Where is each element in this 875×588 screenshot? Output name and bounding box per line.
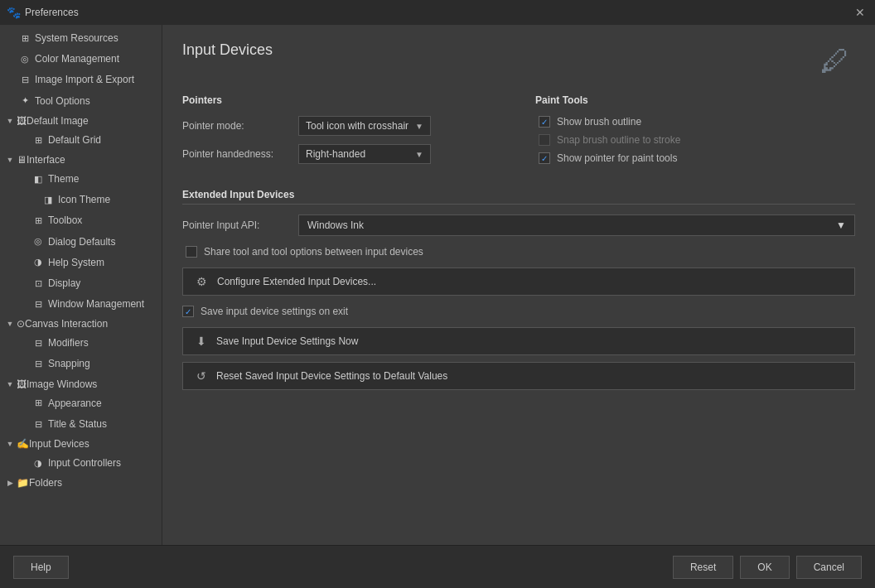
- display-icon: ⊡: [31, 277, 45, 290]
- pointer-mode-dropdown-arrow: ▼: [415, 122, 423, 131]
- expand-image-windows-icon: ▼: [5, 379, 15, 389]
- cancel-button[interactable]: Cancel: [796, 556, 862, 579]
- reset-icon: ↺: [196, 369, 206, 383]
- pointer-input-api-arrow: ▼: [836, 219, 846, 231]
- sidebar-item-display[interactable]: ⊡ Display: [0, 273, 162, 294]
- save-icon: ⬇: [196, 335, 206, 348]
- sidebar-item-tool-options[interactable]: ✦ Tool Options: [0, 91, 162, 112]
- paint-tools-column: Paint Tools ✓ Show brush outline Snap br…: [535, 94, 855, 172]
- share-tool-checkbox[interactable]: [186, 246, 197, 258]
- sidebar-item-toolbox[interactable]: ⊞ Toolbox: [0, 210, 162, 231]
- blank-icon: [20, 398, 30, 408]
- pointer-input-api-label: Pointer Input API:: [182, 219, 298, 231]
- blank-icon: [7, 75, 17, 85]
- ok-button[interactable]: OK: [740, 556, 789, 579]
- preferences-window: 🐾 Preferences ✕ ⊞ System Resources ◎ Col…: [0, 0, 875, 588]
- sidebar-item-window-management[interactable]: ⊟ Window Management: [0, 294, 162, 315]
- sidebar-item-default-grid[interactable]: ⊞ Default Grid: [0, 130, 162, 151]
- pointer-handedness-label: Pointer handedness:: [182, 148, 298, 160]
- blank-icon: [20, 278, 30, 288]
- input-devices-icon: ✍: [17, 438, 29, 450]
- icon-theme-icon: ◨: [41, 194, 55, 207]
- show-pointer-row[interactable]: ✓ Show pointer for paint tools: [535, 152, 855, 164]
- save-on-exit-row[interactable]: ✓ Save input device settings on exit: [182, 306, 855, 317]
- sidebar-group-folders[interactable]: ▶ 📁 Folders: [0, 474, 162, 492]
- expand-input-devices-icon: ▼: [5, 439, 15, 449]
- main-header: Input Devices 🖊: [182, 41, 855, 81]
- reset-button[interactable]: Reset: [673, 556, 733, 579]
- blank-icon: [20, 359, 30, 369]
- expand-canvas-icon: ▼: [5, 319, 15, 329]
- pointer-input-api-dropdown[interactable]: Windows Ink ▼: [298, 214, 855, 236]
- sidebar-item-appearance[interactable]: ⊞ Appearance: [0, 393, 162, 414]
- color-management-icon: ◎: [18, 53, 31, 66]
- show-brush-outline-checkbox[interactable]: ✓: [539, 116, 550, 128]
- sidebar-item-image-import-export[interactable]: ⊟ Image Import & Export: [0, 70, 162, 90]
- expand-interface-icon: ▼: [5, 155, 15, 165]
- sidebar-item-snapping[interactable]: ⊟ Snapping: [0, 354, 162, 374]
- canvas-interaction-icon: ⊙: [17, 318, 25, 330]
- help-button[interactable]: Help: [13, 556, 69, 579]
- modifiers-icon: ⊟: [31, 337, 45, 350]
- sidebar: ⊞ System Resources ◎ Color Management ⊟ …: [0, 25, 162, 545]
- default-grid-icon: ⊞: [31, 133, 45, 147]
- snap-brush-outline-label: Snap brush outline to stroke: [557, 134, 680, 146]
- sidebar-group-input-devices[interactable]: ▼ ✍ Input Devices: [0, 435, 162, 453]
- image-windows-icon: 🖼: [17, 378, 27, 390]
- share-tool-row[interactable]: Share tool and tool options between inpu…: [182, 246, 855, 258]
- dialog-defaults-icon: ◎: [31, 235, 45, 248]
- help-system-icon: ◑: [31, 256, 45, 269]
- snapping-icon: ⊟: [31, 358, 45, 371]
- sidebar-group-interface[interactable]: ▼ 🖥 Interface: [0, 151, 162, 169]
- blank-icon: [20, 419, 30, 429]
- sidebar-group-image-windows[interactable]: ▼ 🖼 Image Windows: [0, 375, 162, 393]
- pointer-mode-dropdown[interactable]: Tool icon with crosshair ▼: [298, 116, 431, 136]
- main-content: Input Devices 🖊 Pointers Pointer mode: T…: [162, 25, 875, 545]
- sidebar-item-modifiers[interactable]: ⊟ Modifiers: [0, 333, 162, 354]
- sidebar-item-theme[interactable]: ◧ Theme: [0, 169, 162, 190]
- sidebar-group-canvas-interaction[interactable]: ▼ ⊙ Canvas Interaction: [0, 315, 162, 333]
- import-export-icon: ⊟: [18, 74, 31, 87]
- title-status-icon: ⊟: [31, 417, 45, 431]
- blank-icon: [20, 459, 30, 469]
- sidebar-item-color-management[interactable]: ◎ Color Management: [0, 49, 162, 70]
- default-image-icon: 🖼: [17, 115, 27, 127]
- paint-tools-section-title: Paint Tools: [535, 94, 855, 106]
- bottom-left: Help: [13, 556, 673, 579]
- close-button[interactable]: ✕: [852, 4, 868, 21]
- show-brush-outline-row[interactable]: ✓ Show brush outline: [535, 116, 855, 128]
- content-area: ⊞ System Resources ◎ Color Management ⊟ …: [0, 25, 875, 545]
- extended-input-section-title: Extended Input Devices: [182, 189, 855, 205]
- page-title: Input Devices: [182, 41, 273, 59]
- window-management-icon: ⊟: [31, 298, 45, 311]
- sidebar-item-dialog-defaults[interactable]: ◎ Dialog Defaults: [0, 232, 162, 253]
- expand-folders-icon: ▶: [5, 478, 15, 488]
- app-icon: 🐾: [7, 6, 20, 19]
- pointer-mode-row: Pointer mode: Tool icon with crosshair ▼: [182, 116, 502, 136]
- toolbox-icon: ⊞: [31, 214, 45, 228]
- pointers-paint-section: Pointers Pointer mode: Tool icon with cr…: [182, 94, 855, 172]
- sidebar-item-help-system[interactable]: ◑ Help System: [0, 253, 162, 273]
- expand-default-image-icon: ▼: [5, 116, 15, 126]
- save-on-exit-checkbox[interactable]: ✓: [182, 306, 194, 317]
- sidebar-item-system-resources[interactable]: ⊞ System Resources: [0, 28, 162, 49]
- sidebar-item-input-controllers[interactable]: ◑ Input Controllers: [0, 453, 162, 474]
- theme-icon: ◧: [31, 173, 45, 186]
- snap-brush-outline-row: Snap brush outline to stroke: [535, 134, 855, 146]
- reset-saved-button[interactable]: ↺ Reset Saved Input Device Settings to D…: [182, 362, 855, 390]
- bottom-right: Reset OK Cancel: [673, 556, 862, 579]
- save-now-button[interactable]: ⬇ Save Input Device Settings Now: [182, 327, 855, 355]
- blank-icon: [20, 175, 30, 185]
- sidebar-item-icon-theme[interactable]: ◨ Icon Theme: [0, 190, 162, 210]
- input-controllers-icon: ◑: [31, 457, 45, 470]
- snap-brush-outline-checkbox[interactable]: [539, 134, 550, 146]
- sidebar-group-default-image[interactable]: ▼ 🖼 Default Image: [0, 112, 162, 130]
- show-pointer-checkbox[interactable]: ✓: [539, 152, 550, 164]
- blank-icon: [20, 339, 30, 349]
- bottom-bar: Help Reset OK Cancel: [0, 545, 875, 588]
- pointer-handedness-dropdown[interactable]: Right-handed ▼: [298, 144, 431, 164]
- system-resources-icon: ⊞: [18, 32, 31, 46]
- blank-icon: [20, 237, 30, 247]
- configure-extended-button[interactable]: ⚙ Configure Extended Input Devices...: [182, 267, 855, 296]
- sidebar-item-title-status[interactable]: ⊟ Title & Status: [0, 414, 162, 435]
